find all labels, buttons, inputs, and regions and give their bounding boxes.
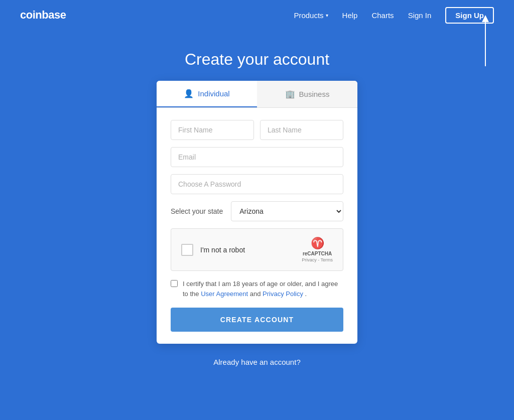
- page-title: Create your account: [185, 50, 329, 69]
- nav-charts[interactable]: Charts: [371, 11, 394, 20]
- recaptcha-subtext: Privacy - Terms: [302, 257, 333, 262]
- terms-row: I certify that I am 18 years of age or o…: [171, 279, 343, 299]
- nav-products[interactable]: Products ▾: [294, 11, 328, 20]
- registration-card: 👤 Individual 🏢 Business: [157, 81, 357, 344]
- password-input[interactable]: [171, 174, 343, 194]
- tab-business[interactable]: 🏢 Business: [257, 81, 357, 107]
- nav-help[interactable]: Help: [342, 11, 358, 20]
- terms-checkbox[interactable]: [171, 280, 178, 287]
- navbar: coinbase Products ▾ Help Charts Sign In …: [0, 0, 514, 30]
- tab-individual[interactable]: 👤 Individual: [157, 81, 257, 107]
- email-row: [171, 147, 343, 167]
- first-name-input[interactable]: [171, 120, 254, 140]
- last-name-input[interactable]: [260, 120, 343, 140]
- footer-text: Already have an account?: [213, 358, 300, 366]
- account-type-tabs: 👤 Individual 🏢 Business: [157, 81, 357, 108]
- recaptcha-brand-text: reCAPTCHA: [303, 251, 332, 256]
- create-account-button[interactable]: CREATE ACCOUNT: [171, 308, 343, 332]
- chevron-down-icon: ▾: [326, 13, 328, 18]
- password-row: [171, 174, 343, 194]
- recaptcha-icon: ♈: [311, 237, 324, 250]
- captcha-checkbox[interactable]: [181, 244, 193, 256]
- state-select[interactable]: AlabamaAlaskaArizonaArkansasCaliforniaCo…: [231, 201, 343, 221]
- nav-signin[interactable]: Sign In: [408, 11, 432, 20]
- captcha-brand: ♈ reCAPTCHA Privacy - Terms: [302, 237, 333, 262]
- email-input[interactable]: [171, 147, 343, 167]
- main-content: Create your account 👤 Individual 🏢 Busin…: [0, 30, 514, 366]
- user-agreement-link[interactable]: User Agreement: [201, 290, 248, 298]
- business-icon: 🏢: [285, 89, 295, 99]
- privacy-policy-link[interactable]: Privacy Policy: [263, 290, 303, 298]
- captcha-widget[interactable]: I'm not a robot ♈ reCAPTCHA Privacy - Te…: [171, 228, 343, 271]
- captcha-left: I'm not a robot: [181, 244, 245, 256]
- form-body: Select your state AlabamaAlaskaArizonaAr…: [157, 108, 357, 344]
- nav-links: Products ▾ Help Charts Sign In Sign Up: [294, 7, 494, 24]
- captcha-label: I'm not a robot: [200, 246, 245, 254]
- state-label: Select your state: [171, 207, 223, 215]
- individual-icon: 👤: [184, 89, 194, 98]
- state-row: Select your state AlabamaAlaskaArizonaAr…: [171, 201, 343, 221]
- name-row: [171, 120, 343, 140]
- logo[interactable]: coinbase: [20, 9, 66, 22]
- terms-text: I certify that I am 18 years of age or o…: [183, 279, 343, 299]
